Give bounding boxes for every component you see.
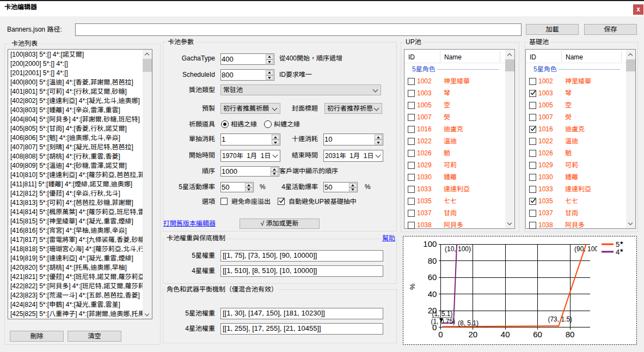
svg-text:100: 100 bbox=[423, 239, 437, 248]
svg-text:(90, 100): (90, 100) bbox=[574, 245, 600, 253]
svg-text:(1, 5.1): (1, 5.1) bbox=[432, 310, 453, 318]
svg-text:(73, 1.5): (73, 1.5) bbox=[548, 315, 572, 323]
svg-text:20: 20 bbox=[468, 330, 477, 339]
svg-text:80: 80 bbox=[428, 256, 437, 265]
svg-text:40: 40 bbox=[501, 330, 510, 339]
svg-text:%: % bbox=[408, 283, 416, 290]
svg-text:40: 40 bbox=[428, 289, 437, 299]
svg-text:(8, 5.1): (8, 5.1) bbox=[458, 319, 479, 327]
svg-text:60: 60 bbox=[533, 330, 542, 339]
svg-text:(1, 0.75): (1, 0.75) bbox=[431, 318, 455, 325]
svg-text:(10, 100): (10, 100) bbox=[445, 245, 471, 253]
svg-text:80: 80 bbox=[566, 330, 575, 339]
svg-text:0: 0 bbox=[438, 330, 443, 339]
svg-text:60: 60 bbox=[428, 272, 437, 282]
